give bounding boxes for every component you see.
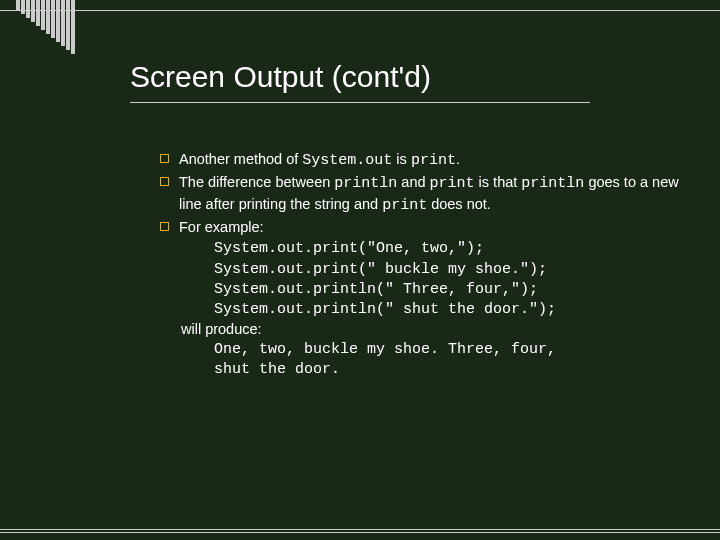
code-inline: System.out: [302, 152, 392, 169]
slide-body: Another method of System.out is print. T…: [160, 150, 680, 380]
bullet-3: For example:: [160, 218, 680, 238]
output-line: One, two, buckle my shoe. Three, four,: [214, 340, 680, 360]
text: is: [392, 151, 411, 167]
text: Another method of: [179, 151, 302, 167]
output-line: shut the door.: [214, 360, 680, 380]
code-line: System.out.print(" buckle my shoe.");: [214, 260, 680, 280]
code-inline: print: [411, 152, 456, 169]
code-inline: print: [382, 197, 427, 214]
code-line: System.out.println(" Three, four,");: [214, 280, 680, 300]
code-inline: println: [521, 175, 584, 192]
title-underline: [130, 102, 590, 103]
output-block: One, two, buckle my shoe. Three, four, s…: [214, 340, 680, 381]
will-produce: will produce:: [181, 320, 680, 340]
bullet-1: Another method of System.out is print.: [160, 150, 680, 171]
bullet-1-text: Another method of System.out is print.: [179, 150, 680, 171]
bottom-rule-2: [0, 532, 720, 533]
corner-bars-decoration: [16, 0, 75, 54]
bottom-rule: [0, 529, 720, 530]
bullet-2-text: The difference between println and print…: [179, 173, 680, 216]
code-block: System.out.print("One, two,"); System.ou…: [214, 239, 680, 320]
bullet-2: The difference between println and print…: [160, 173, 680, 216]
code-line: System.out.print("One, two,");: [214, 239, 680, 259]
bullet-icon: [160, 154, 169, 163]
code-inline: print: [430, 175, 475, 192]
text: is that: [475, 174, 522, 190]
text: The difference between: [179, 174, 334, 190]
code-inline: println: [334, 175, 397, 192]
bullet-icon: [160, 222, 169, 231]
code-line: System.out.println(" shut the door.");: [214, 300, 680, 320]
text: and: [397, 174, 429, 190]
bullet-3-text: For example:: [179, 218, 680, 238]
slide-title: Screen Output (cont'd): [130, 60, 431, 94]
top-rule: [0, 10, 720, 11]
bullet-icon: [160, 177, 169, 186]
text: does not.: [427, 196, 491, 212]
text: .: [456, 151, 460, 167]
text: For example:: [179, 219, 264, 235]
